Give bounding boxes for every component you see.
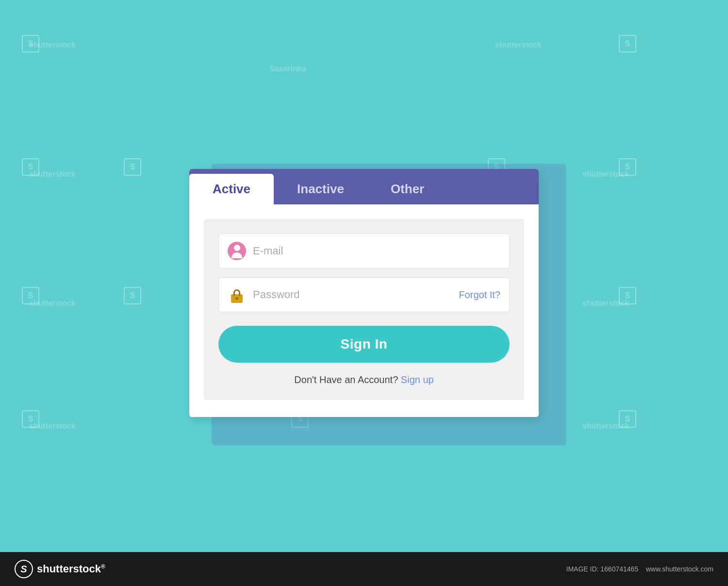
footer: S shutterstock® IMAGE ID: 1660741465 www… — [0, 552, 728, 586]
main-content: shutterstock Saxarinka shutterstock shut… — [0, 0, 728, 586]
lock-body — [231, 294, 243, 303]
watermark: Saxarinka — [269, 65, 306, 73]
tab-other[interactable]: Other — [367, 174, 447, 204]
watermark-icon: S — [619, 287, 636, 304]
watermark-icon: S — [22, 158, 39, 176]
footer-right: IMAGE ID: 1660741465 www.shutterstock.co… — [566, 565, 713, 573]
watermark-icon: S — [124, 158, 141, 176]
brand-name: shutterstock® — [37, 563, 105, 575]
password-input-group[interactable]: Password Forgot It? — [218, 277, 510, 312]
registered-mark: ® — [101, 563, 105, 570]
lock-icon — [229, 286, 245, 303]
tab-active[interactable]: Active — [189, 174, 274, 204]
ss-logo-icon: S — [15, 560, 33, 578]
lock-keyhole — [235, 297, 238, 300]
tabs-container: Active Inactive Other — [189, 169, 539, 204]
user-icon — [228, 242, 246, 260]
sign-in-button[interactable]: Sign In — [218, 326, 510, 363]
image-id: IMAGE ID: 1660741465 — [566, 565, 639, 573]
form-area: E-mail Password Forgot It? Sig — [189, 204, 539, 417]
email-placeholder: E-mail — [253, 245, 500, 257]
no-account-label: Don't Have an Account? — [294, 374, 398, 385]
watermark-icon: S — [22, 410, 39, 428]
forgot-password-link[interactable]: Forgot It? — [459, 289, 500, 301]
watermark-icon: S — [619, 158, 636, 176]
watermark: shutterstock — [495, 41, 542, 50]
email-input-group[interactable]: E-mail — [218, 234, 510, 268]
form-inner: E-mail Password Forgot It? Sig — [204, 219, 524, 400]
sign-up-link[interactable]: Sign up — [401, 374, 434, 385]
watermark-icon: S — [124, 287, 141, 304]
brand-logo: S shutterstock® — [15, 560, 105, 578]
login-card: Active Inactive Other E-mail — [189, 169, 539, 417]
lock-icon-container — [228, 285, 246, 304]
watermark-icon: S — [22, 287, 39, 304]
tab-inactive[interactable]: Inactive — [274, 174, 367, 204]
watermark-icon: S — [22, 35, 39, 52]
watermark-icon: S — [619, 35, 636, 52]
watermark-icon: S — [619, 410, 636, 428]
password-placeholder: Password — [253, 288, 459, 301]
footer-url: www.shutterstock.com — [646, 565, 713, 573]
user-avatar-icon — [228, 242, 246, 260]
signup-text: Don't Have an Account? Sign up — [218, 374, 510, 385]
